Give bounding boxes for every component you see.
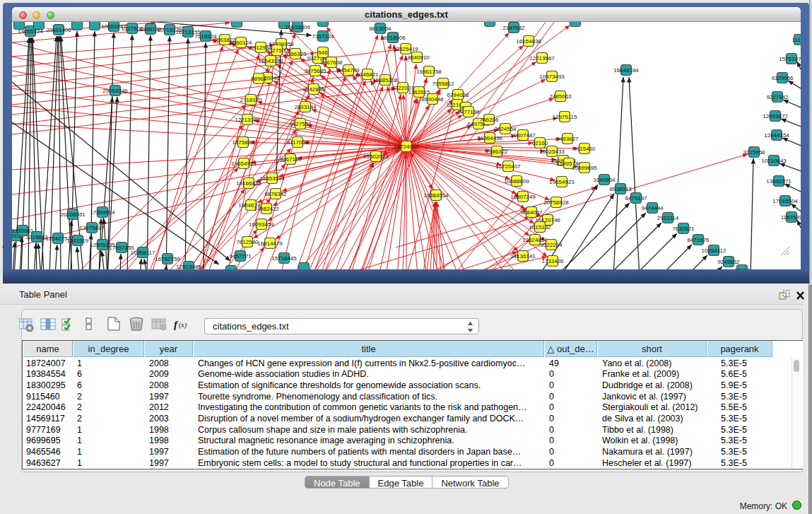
svg-text:2933114: 2933114 xyxy=(657,215,679,221)
svg-text:11123: 11123 xyxy=(792,37,801,43)
svg-text:20756928: 20756928 xyxy=(543,199,569,206)
svg-text:1733426: 1733426 xyxy=(541,258,564,264)
svg-text:9227342: 9227342 xyxy=(766,94,789,100)
svg-text:2867608: 2867608 xyxy=(320,59,343,66)
svg-text:14136141: 14136141 xyxy=(510,253,536,259)
svg-text:2803144: 2803144 xyxy=(294,104,317,110)
svg-text:9474444: 9474444 xyxy=(641,205,664,211)
svg-text:15720407: 15720407 xyxy=(495,163,521,170)
svg-text:92456: 92456 xyxy=(734,267,751,270)
svg-text:29053346: 29053346 xyxy=(102,88,128,94)
svg-text:546: 546 xyxy=(318,49,328,56)
svg-text:20206551: 20206551 xyxy=(60,211,86,218)
svg-text:18724007: 18724007 xyxy=(394,144,419,150)
svg-text:16961758: 16961758 xyxy=(416,69,442,75)
svg-text:15885208: 15885208 xyxy=(372,77,398,83)
svg-text:20691406: 20691406 xyxy=(46,27,71,33)
svg-text:98961: 98961 xyxy=(251,76,267,82)
svg-text:3624554: 3624554 xyxy=(494,126,517,132)
svg-text:6794028: 6794028 xyxy=(447,92,469,98)
svg-text:10210643: 10210643 xyxy=(761,158,787,164)
svg-text:13692971: 13692971 xyxy=(766,178,792,185)
svg-text:7632621: 7632621 xyxy=(672,226,695,232)
svg-text:3215958: 3215958 xyxy=(743,149,765,156)
svg-text:1640954: 1640954 xyxy=(593,177,616,183)
svg-text:9242845: 9242845 xyxy=(302,86,325,93)
svg-text:9245652: 9245652 xyxy=(717,259,740,265)
svg-text:16914479: 16914479 xyxy=(257,240,283,247)
svg-text:14982422: 14982422 xyxy=(254,206,279,212)
svg-text:19654923: 19654923 xyxy=(549,179,575,185)
svg-text:62160: 62160 xyxy=(532,140,548,146)
svg-text:(x): (x) xyxy=(179,321,187,329)
svg-text:19654953: 19654953 xyxy=(231,160,257,167)
svg-text:9117006: 9117006 xyxy=(287,139,309,146)
svg-text:7612540: 7612540 xyxy=(236,239,259,245)
svg-text:12923485: 12923485 xyxy=(176,264,201,270)
svg-text:21364436: 21364436 xyxy=(477,135,502,141)
svg-text:19218506: 19218506 xyxy=(380,35,406,41)
svg-text:8427552: 8427552 xyxy=(289,121,312,127)
svg-text:9684067: 9684067 xyxy=(520,209,543,216)
svg-text:18640910: 18640910 xyxy=(404,54,430,61)
svg-text:19384554: 19384554 xyxy=(423,192,449,199)
svg-text:2718170: 2718170 xyxy=(240,97,262,103)
svg-text:8938913: 8938913 xyxy=(609,186,632,192)
svg-text:15751074: 15751074 xyxy=(779,56,801,62)
svg-text:10807487: 10807487 xyxy=(510,132,536,139)
svg-text:1075862: 1075862 xyxy=(232,139,254,146)
svg-text:1141519: 1141519 xyxy=(67,238,89,244)
svg-text:17359914: 17359914 xyxy=(90,209,115,216)
svg-text:19166825: 19166825 xyxy=(236,180,261,187)
svg-text:10688609: 10688609 xyxy=(504,178,529,185)
svg-text:9115460: 9115460 xyxy=(574,146,596,152)
svg-text:10973493: 10973493 xyxy=(539,74,565,80)
svg-text:16648784: 16648784 xyxy=(613,67,639,74)
svg-text:10654112: 10654112 xyxy=(702,247,727,254)
svg-text:8990448: 8990448 xyxy=(421,96,444,103)
svg-text:15716485: 15716485 xyxy=(271,255,297,262)
svg-text:2187682: 2187682 xyxy=(502,25,525,31)
svg-text:8813054: 8813054 xyxy=(369,25,392,32)
svg-text:8960124: 8960124 xyxy=(230,40,252,46)
svg-text:12213967: 12213967 xyxy=(529,55,555,62)
svg-text:9329966: 9329966 xyxy=(771,75,794,81)
svg-text:10958117: 10958117 xyxy=(131,250,156,256)
svg-text:9457771: 9457771 xyxy=(229,253,252,259)
svg-text:8186323: 8186323 xyxy=(284,51,307,57)
svg-text:1615132: 1615132 xyxy=(529,224,551,230)
svg-text:13325419: 13325419 xyxy=(393,46,418,52)
svg-text:9777169: 9777169 xyxy=(457,109,480,115)
svg-text:16543382: 16543382 xyxy=(258,58,283,64)
svg-text:7955812: 7955812 xyxy=(432,81,454,87)
svg-text:7357224: 7357224 xyxy=(312,33,334,40)
svg-text:8878342: 8878342 xyxy=(264,191,287,197)
svg-text:13975887: 13975887 xyxy=(79,225,105,231)
svg-text:17016504: 17016504 xyxy=(772,198,798,204)
svg-text:16154838: 16154838 xyxy=(516,38,541,45)
svg-text:16782759: 16782759 xyxy=(155,256,180,262)
svg-text:1167539: 1167539 xyxy=(781,214,801,221)
svg-text:6479197: 6479197 xyxy=(625,195,647,201)
svg-text:7485063: 7485063 xyxy=(549,93,572,100)
svg-text:8471676: 8471676 xyxy=(687,237,710,243)
svg-text:12975115: 12975115 xyxy=(553,114,578,120)
svg-text:25302023: 25302023 xyxy=(363,153,389,160)
svg-text:12213389: 12213389 xyxy=(235,117,260,123)
svg-text:3267110: 3267110 xyxy=(280,156,302,163)
svg-text:10025433: 10025433 xyxy=(539,148,565,155)
svg-text:f: f xyxy=(174,319,179,330)
svg-text:12444154: 12444154 xyxy=(764,132,789,139)
svg-text:14353594: 14353594 xyxy=(259,175,285,182)
svg-text:7986322: 7986322 xyxy=(486,148,508,155)
svg-text:9463627: 9463627 xyxy=(556,136,579,142)
svg-text:12093877: 12093877 xyxy=(763,113,788,119)
svg-text:18807249: 18807249 xyxy=(510,194,536,200)
svg-text:1362615: 1362615 xyxy=(408,89,430,95)
svg-text:3875685: 3875685 xyxy=(304,68,326,74)
svg-text:9522214: 9522214 xyxy=(540,242,563,248)
svg-text:10899695: 10899695 xyxy=(572,165,597,171)
svg-text:746266: 746266 xyxy=(480,117,499,123)
svg-text:16033809: 16033809 xyxy=(285,24,310,30)
svg-text:16093459: 16093459 xyxy=(249,221,274,228)
